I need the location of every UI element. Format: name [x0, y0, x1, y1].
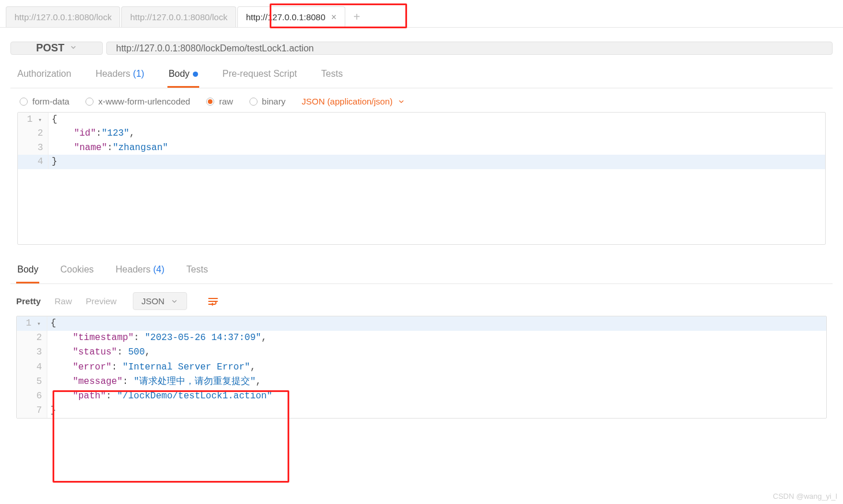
response-body-editor[interactable]: 1 ▾{ 2 "timestamp": "2023-05-26 14:37:09…	[16, 316, 827, 419]
url-input[interactable]: http://127.0.0.1:8080/lockDemo/testLock1…	[106, 42, 833, 55]
tabs-bar: http://127.0.0.1:8080/lock http://127.0.…	[0, 0, 843, 28]
response-tab-headers[interactable]: Headers (4)	[114, 261, 166, 283]
request-subtabs: Authorization Headers (1) Body Pre-reque…	[10, 65, 833, 88]
url-text: http://127.0.0.1:8080/lockDemo/testLock1…	[116, 43, 314, 54]
view-pretty[interactable]: Pretty	[16, 296, 41, 306]
tab-label: http://127.0.0.1:8080/lock	[14, 12, 111, 22]
request-body-editor[interactable]: 1 ▾{ 2 "id":"123", 3 "name":"zhangsan" 4…	[17, 112, 826, 245]
tab-body[interactable]: Body	[167, 65, 199, 88]
response-tab-cookies[interactable]: Cookies	[59, 261, 95, 283]
wrap-lines-icon[interactable]	[203, 293, 223, 310]
body-type-row: form-data x-www-form-urlencoded raw bina…	[10, 88, 833, 112]
chevron-down-icon	[69, 43, 77, 53]
tab-tests[interactable]: Tests	[320, 65, 344, 88]
modified-dot-icon	[193, 72, 198, 77]
tab-prerequest[interactable]: Pre-request Script	[221, 65, 298, 88]
tab-request-2[interactable]: http://127.0.0.1:8080 ×	[237, 6, 345, 27]
new-tab-button[interactable]: +	[346, 6, 367, 27]
content-type-dropdown[interactable]: JSON (application/json)	[301, 96, 405, 106]
radio-raw[interactable]: raw	[206, 96, 233, 106]
response-section: Body Cookies Headers (4) Tests Pretty Ra…	[0, 261, 843, 419]
http-method-dropdown[interactable]: POST	[10, 42, 103, 55]
close-icon[interactable]: ×	[331, 13, 337, 22]
request-section: POST http://127.0.0.1:8080/lockDemo/test…	[0, 28, 843, 245]
response-tabs: Body Cookies Headers (4) Tests	[10, 261, 833, 284]
tab-request-1[interactable]: http://127.0.0.1:8080/lock	[121, 6, 236, 27]
tab-headers[interactable]: Headers (1)	[94, 65, 146, 88]
tab-request-0[interactable]: http://127.0.0.1:8080/lock	[6, 6, 120, 27]
view-preview[interactable]: Preview	[86, 296, 117, 306]
response-headers-count: (4)	[153, 264, 165, 274]
tab-label: http://127.0.0.1:8080/lock	[130, 12, 227, 22]
response-format-dropdown[interactable]: JSON	[133, 292, 187, 310]
radio-form-data[interactable]: form-data	[20, 96, 69, 106]
http-method-label: POST	[36, 42, 64, 54]
radio-urlencoded[interactable]: x-www-form-urlencoded	[85, 96, 190, 106]
tab-authorization[interactable]: Authorization	[16, 65, 72, 88]
response-tab-tests[interactable]: Tests	[185, 261, 209, 283]
response-tab-body[interactable]: Body	[16, 261, 39, 283]
watermark: CSDN @wang_yi_l	[773, 492, 837, 501]
tab-label: http://127.0.0.1:8080	[246, 12, 326, 22]
headers-count: (1)	[133, 69, 144, 79]
response-toolbar: Pretty Raw Preview JSON	[10, 284, 833, 316]
radio-binary[interactable]: binary	[249, 96, 286, 106]
view-raw[interactable]: Raw	[55, 296, 72, 306]
